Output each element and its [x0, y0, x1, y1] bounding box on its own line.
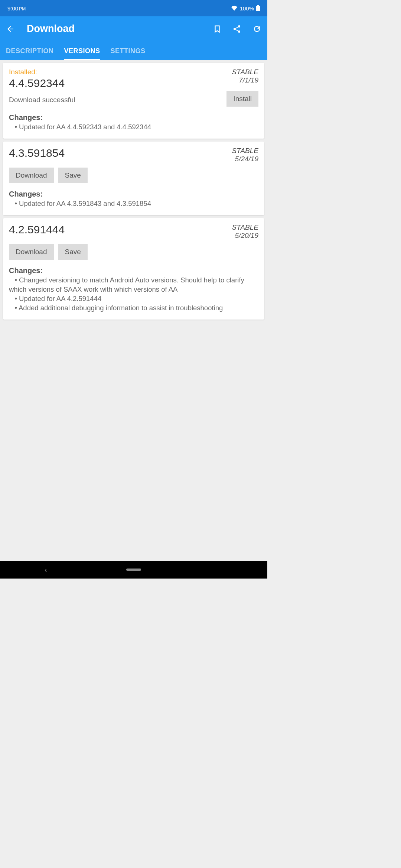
version-card: Installed: 4.4.592344 STABLE 7/1/19 Down… [3, 63, 264, 139]
tab-versions[interactable]: VERSIONS [64, 43, 100, 60]
changes-text: • Updated for AA 4.3.591843 and 4.3.5918… [9, 199, 258, 208]
system-nav-bar: ‹ [0, 561, 267, 579]
status-indicators: 100% [231, 5, 260, 12]
download-status: Download successful [9, 96, 75, 104]
changes-heading: Changes: [9, 113, 258, 122]
download-button[interactable]: Download [9, 168, 54, 183]
download-button[interactable]: Download [9, 244, 54, 260]
stability-label: STABLE [232, 147, 258, 155]
changes-text: • Updated for AA 4.4.592343 and 4.4.5923… [9, 123, 258, 132]
install-button[interactable]: Install [226, 91, 258, 107]
back-arrow-icon[interactable] [6, 25, 15, 33]
share-icon[interactable] [232, 25, 241, 33]
version-number: 4.3.591854 [9, 147, 65, 159]
version-card: 4.2.591444 STABLE 5/20/19 Download Save … [3, 218, 264, 320]
status-bar: 9:00PM 100% [0, 0, 267, 16]
nav-back-icon[interactable]: ‹ [45, 566, 47, 574]
version-number: 4.2.591444 [9, 223, 65, 236]
changes-heading: Changes: [9, 190, 258, 198]
version-list[interactable]: Installed: 4.4.592344 STABLE 7/1/19 Down… [0, 60, 267, 561]
version-number: 4.4.592344 [9, 77, 65, 90]
save-button[interactable]: Save [58, 244, 88, 260]
nav-home-pill[interactable] [126, 569, 141, 571]
svg-rect-0 [256, 6, 260, 11]
svg-point-3 [234, 28, 236, 30]
version-card: 4.3.591854 STABLE 5/24/19 Download Save … [3, 142, 264, 215]
bookmark-icon[interactable] [213, 24, 221, 34]
svg-point-4 [238, 30, 240, 33]
refresh-icon[interactable] [252, 25, 261, 33]
version-date: 7/1/19 [232, 76, 258, 84]
wifi-icon [231, 6, 238, 11]
version-date: 5/24/19 [232, 155, 258, 163]
svg-rect-1 [257, 5, 259, 6]
tab-description[interactable]: DESCRIPTION [6, 43, 54, 60]
save-button[interactable]: Save [58, 168, 88, 183]
clock-hours: 9:00 [7, 5, 18, 12]
stability-label: STABLE [232, 68, 258, 76]
stability-label: STABLE [232, 223, 258, 231]
changes-heading: Changes: [9, 266, 258, 275]
battery-percent: 100% [240, 5, 254, 12]
version-date: 5/20/19 [232, 231, 258, 240]
page-title: Download [27, 23, 201, 35]
installed-label: Installed: [9, 68, 65, 76]
tab-settings[interactable]: SETTINGS [111, 43, 146, 60]
tab-bar: DESCRIPTION VERSIONS SETTINGS [6, 43, 261, 60]
svg-point-2 [238, 25, 240, 27]
changes-text: • Changed versioning to match Android Au… [9, 276, 258, 313]
app-bar: Download DESCRIPTION VERSIONS SETTINGS [0, 16, 267, 60]
status-time: 9:00PM [7, 5, 26, 12]
battery-icon [256, 5, 260, 11]
clock-ampm: PM [19, 6, 26, 12]
